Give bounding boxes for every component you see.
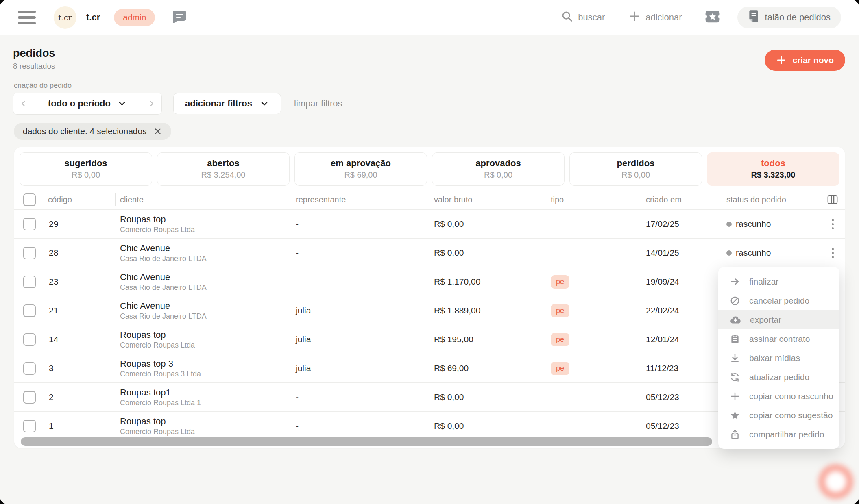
- search-icon: [561, 10, 573, 25]
- chevron-down-icon: [117, 99, 127, 109]
- refresh-icon: [730, 372, 740, 382]
- cloud-download-icon: [730, 315, 741, 325]
- plus-icon: [776, 55, 787, 65]
- period-control: todo o período: [13, 93, 162, 115]
- tab-abertos[interactable]: abertosR$ 3.254,00: [157, 152, 290, 186]
- chevron-down-icon: [259, 99, 269, 109]
- add-button[interactable]: adicionar: [628, 10, 682, 25]
- column-header-created-at[interactable]: criado em: [641, 195, 722, 204]
- type-badge: pe: [551, 275, 569, 289]
- active-filter-chip[interactable]: dados do cliente: 4 selecionados: [14, 123, 171, 140]
- date-filter-label: criação do pedido: [14, 81, 72, 90]
- plus-icon: [628, 10, 641, 25]
- download-icon: [730, 353, 740, 363]
- row-actions-icon[interactable]: [820, 217, 845, 232]
- hamburger-menu-icon[interactable]: [18, 11, 36, 24]
- remove-filter-icon[interactable]: [153, 127, 162, 136]
- columns-icon: [826, 193, 839, 206]
- chat-icon[interactable]: [171, 9, 187, 26]
- results-count: 8 resultados: [13, 62, 55, 71]
- plus-icon: [730, 391, 740, 402]
- tab-aprovados[interactable]: aprovadosR$ 0,00: [432, 152, 565, 186]
- column-header-status[interactable]: status do pedido: [722, 195, 820, 204]
- status-dot-icon: [726, 250, 732, 256]
- row-checkbox[interactable]: [23, 304, 36, 317]
- tab-perdidos[interactable]: perdidosR$ 0,00: [569, 152, 702, 186]
- columns-settings-button[interactable]: [820, 193, 845, 206]
- menu-item-atualizar-pedido[interactable]: atualizar pedido: [718, 367, 839, 387]
- chevron-left-icon: [19, 99, 28, 108]
- menu-item-baixar-midias[interactable]: baixar mídias: [718, 348, 839, 367]
- cancel-icon: [730, 295, 740, 306]
- table-header: código cliente representante valor bruto…: [14, 190, 845, 209]
- tab-todos[interactable]: todosR$ 3.323,00: [707, 152, 839, 186]
- period-prev-button[interactable]: [13, 93, 34, 114]
- create-new-button[interactable]: criar novo: [765, 50, 845, 71]
- status-badge: rascunho: [722, 248, 820, 258]
- menu-item-compartilhar-pedido[interactable]: compartilhar pedido: [718, 425, 839, 444]
- search-label: buscar: [578, 12, 605, 23]
- row-checkbox[interactable]: [23, 362, 36, 375]
- menu-item-copiar-como-rascunho[interactable]: copiar como rascunho: [718, 387, 839, 406]
- type-badge: pe: [551, 362, 569, 375]
- column-header-code[interactable]: código: [45, 195, 115, 204]
- type-badge: pe: [551, 304, 569, 317]
- period-select[interactable]: todo o período: [34, 93, 141, 114]
- add-filters-button[interactable]: adicionar filtros: [173, 93, 281, 114]
- filter-row: todo o período adicionar filtros limpar …: [13, 93, 342, 115]
- top-bar: t.cr t.cr admin buscar adicionar: [0, 0, 859, 35]
- column-header-type[interactable]: tipo: [546, 195, 641, 204]
- app-window: t.cr t.cr admin buscar adicionar: [0, 0, 859, 504]
- row-checkbox[interactable]: [23, 276, 36, 288]
- row-checkbox[interactable]: [23, 420, 36, 432]
- row-actions-icon[interactable]: [820, 245, 845, 261]
- column-header-client[interactable]: cliente: [115, 195, 291, 204]
- chevron-right-icon: [147, 99, 156, 108]
- recording-indicator[interactable]: [818, 464, 853, 499]
- tab-em-aprovacao[interactable]: em aprovaçãoR$ 69,00: [294, 152, 427, 186]
- avatar[interactable]: t.cr: [54, 6, 76, 29]
- arrow-right-icon: [730, 276, 740, 287]
- horizontal-scrollbar[interactable]: [21, 437, 712, 446]
- row-checkbox[interactable]: [23, 333, 36, 346]
- share-icon: [730, 429, 740, 440]
- select-all-checkbox[interactable]: [23, 193, 36, 206]
- menu-item-assinar-contrato[interactable]: assinar contrato: [718, 329, 839, 348]
- clear-filters-link[interactable]: limpar filtros: [294, 98, 342, 109]
- brand-name: t.cr: [86, 12, 100, 23]
- menu-item-exportar[interactable]: exportar: [718, 310, 839, 329]
- tab-sugeridos[interactable]: sugeridosR$ 0,00: [20, 152, 152, 186]
- star-icon: [730, 410, 740, 421]
- period-next-button[interactable]: [141, 93, 161, 114]
- row-context-menu: finalizar cancelar pedido exportar assin…: [718, 267, 839, 449]
- status-tabs: sugeridosR$ 0,00 abertosR$ 3.254,00 em a…: [14, 147, 845, 190]
- order-pad-button[interactable]: talão de pedidos: [737, 7, 841, 28]
- row-checkbox[interactable]: [23, 218, 36, 230]
- column-header-representative[interactable]: representante: [291, 195, 429, 204]
- row-checkbox[interactable]: [23, 391, 36, 404]
- search-button[interactable]: buscar: [561, 10, 605, 25]
- add-label: adicionar: [645, 12, 682, 23]
- table-row[interactable]: 28 Chic AvenueCasa Rio de Janeiro LTDA -…: [14, 238, 845, 267]
- row-checkbox[interactable]: [23, 247, 36, 259]
- status-badge: rascunho: [722, 219, 820, 229]
- admin-role-badge: admin: [114, 9, 155, 26]
- menu-item-copiar-como-sugestao[interactable]: copiar como sugestão: [718, 406, 839, 425]
- status-dot-icon: [726, 222, 732, 227]
- menu-item-finalizar[interactable]: finalizar: [718, 272, 839, 291]
- menu-item-cancelar-pedido[interactable]: cancelar pedido: [718, 291, 839, 310]
- order-pad-icon: [748, 10, 759, 25]
- column-header-gross-value[interactable]: valor bruto: [429, 195, 546, 204]
- type-badge: pe: [551, 333, 569, 346]
- clipboard-icon: [730, 334, 740, 344]
- order-pad-label: talão de pedidos: [765, 12, 831, 23]
- page-title: pedidos: [13, 47, 55, 60]
- ticket-star-icon[interactable]: [704, 9, 721, 26]
- table-row[interactable]: 29 Roupas topComercio Roupas Ltda - R$ 0…: [14, 209, 845, 238]
